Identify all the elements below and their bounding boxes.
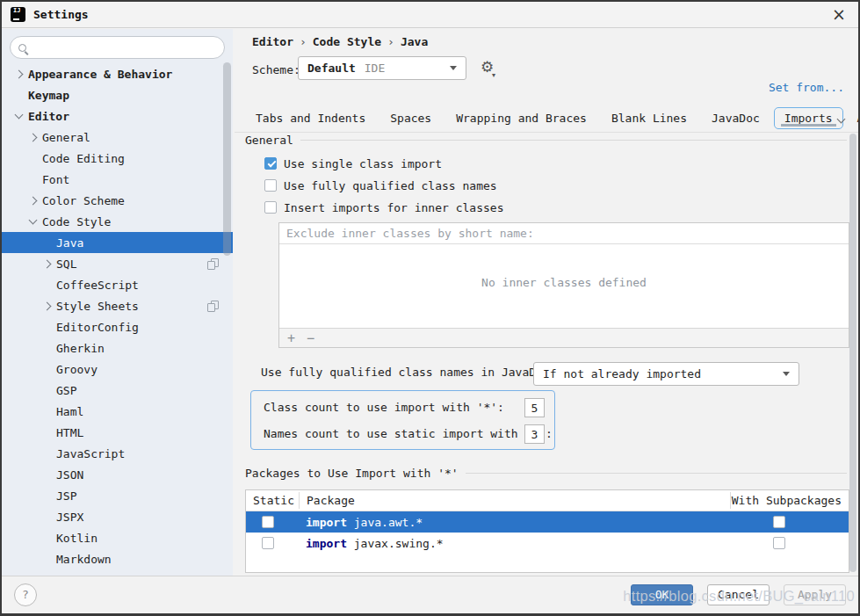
sidebar-item-appearance-behavior[interactable]: Appearance & Behavior (2, 63, 233, 84)
sidebar-item-code-editing[interactable]: Code Editing (2, 148, 233, 169)
chevron-right-icon[interactable] (29, 197, 38, 206)
tab-spaces[interactable]: Spaces (379, 107, 442, 129)
table-row[interactable]: import java.awt.* (246, 511, 849, 533)
sidebar-item-groovy[interactable]: Groovy (2, 359, 233, 380)
apply-button[interactable]: Apply (784, 584, 846, 605)
section-rule (300, 140, 847, 141)
chevron-down-icon[interactable] (15, 111, 24, 120)
sidebar-scrollbar[interactable] (223, 62, 231, 256)
column-header-with-subpackages: With Subpackages (728, 494, 849, 507)
javadoc-qualified-names-label: Use fully qualified class names in JavaD… (261, 366, 557, 379)
tab-tabs-and-indents[interactable]: Tabs and Indents (245, 107, 376, 129)
sidebar-item-editor[interactable]: Editor (2, 105, 233, 127)
help-button[interactable]: ? (14, 583, 37, 606)
close-icon[interactable]: × (832, 4, 846, 24)
intellij-logo-icon: IJ (11, 7, 25, 22)
tab-wrapping-and-braces[interactable]: Wrapping and Braces (445, 107, 597, 129)
names-count-label: Names count to use static import with '*… (264, 427, 553, 440)
sidebar-item-sql[interactable]: SQL (2, 253, 233, 274)
code-style-tabs: Tabs and Indents Spaces Wrapping and Bra… (235, 105, 858, 133)
scheme-dropdown[interactable]: Default IDE (298, 56, 466, 80)
option-use-single-class-import[interactable]: Use single class import (264, 156, 442, 171)
remove-icon[interactable]: − (307, 330, 314, 347)
sidebar-item-java[interactable]: Java (2, 232, 233, 253)
sidebar-item-jspx[interactable]: JSPX (2, 506, 233, 527)
sidebar-item-editorconfig[interactable]: EditorConfig (2, 316, 233, 337)
gear-mini-arrow-icon: ▾ (492, 67, 495, 84)
add-icon[interactable]: + (287, 330, 295, 347)
search-input[interactable] (33, 40, 224, 55)
packages-section-header: Packages to Use Import with '*' (245, 466, 847, 480)
checkbox-unchecked-icon[interactable] (264, 179, 277, 192)
exclude-panel-body[interactable]: No inner classes defined (279, 244, 849, 328)
sidebar-item-haml[interactable]: Haml (2, 401, 233, 422)
breadcrumb-java: Java (401, 35, 428, 48)
copy-icon (207, 258, 219, 270)
settings-tree: Appearance & Behavior Keymap Editor Gene… (2, 63, 233, 569)
checkbox-unchecked-icon[interactable] (264, 201, 277, 214)
sidebar-item-coffeescript[interactable]: CoffeeScript (2, 274, 233, 295)
sidebar-item-json[interactable]: JSON (2, 464, 233, 485)
sidebar-item-font[interactable]: Font (2, 169, 233, 190)
packages-section-title: Packages to Use Import with '*' (245, 467, 459, 480)
static-checkbox[interactable] (262, 516, 274, 528)
option-insert-imports-for-inner-classes[interactable]: Insert imports for inner classes (264, 199, 503, 215)
scheme-label: Scheme: (252, 63, 300, 76)
settings-sidebar: Appearance & Behavior Keymap Editor Gene… (2, 29, 233, 577)
sidebar-item-html[interactable]: HTML (2, 422, 233, 443)
sidebar-item-kotlin[interactable]: Kotlin (2, 527, 233, 548)
search-box[interactable] (10, 36, 225, 59)
gear-icon[interactable]: ⚙▾ (481, 58, 494, 76)
dialog-footer: ? OK Cancel Apply https://blog.csdn.net/… (2, 576, 858, 613)
table-row[interactable]: import javax.swing.* (246, 533, 849, 554)
breadcrumb-separator: › (387, 35, 394, 48)
with-subpackages-checkbox[interactable] (773, 516, 785, 528)
cancel-button[interactable]: Cancel (707, 584, 770, 605)
packages-table-header: Static Package With Subpackages (246, 490, 849, 511)
tab-javadoc[interactable]: JavaDoc (701, 107, 770, 129)
chevron-right-icon[interactable] (43, 260, 52, 269)
tab-arrangement[interactable]: Arrang (847, 107, 860, 129)
sidebar-item-gherkin[interactable]: Gherkin (2, 337, 233, 359)
sidebar-item-javascript[interactable]: JavaScript (2, 443, 233, 464)
class-count-label: Class count to use import with '*': (264, 401, 504, 414)
chevron-right-icon[interactable] (29, 134, 38, 142)
names-count-field[interactable]: 3 (524, 424, 545, 444)
settings-dialog: IJ Settings × Appearance & Behavior Keym… (0, 0, 860, 616)
settings-content: Editor›Code Style›Java Scheme: Default I… (235, 29, 858, 577)
sidebar-item-color-scheme[interactable]: Color Scheme (2, 190, 233, 211)
chevron-right-icon[interactable] (15, 70, 24, 79)
ok-button[interactable]: OK (631, 584, 693, 605)
content-scrollbar[interactable] (849, 134, 856, 572)
class-count-field[interactable]: 5 (524, 398, 545, 417)
javadoc-qualified-names-dropdown[interactable]: If not already imported (533, 362, 799, 386)
chevron-down-icon (450, 66, 457, 70)
exclude-panel-toolbar: + − (279, 328, 849, 347)
chevron-right-icon[interactable] (43, 302, 52, 311)
set-from-link[interactable]: Set from... (769, 81, 844, 94)
column-header-package: Package (299, 494, 728, 507)
breadcrumb-editor[interactable]: Editor (252, 35, 293, 48)
packages-table: Static Package With Subpackages import j… (245, 489, 849, 573)
sidebar-item-jsp[interactable]: JSP (2, 485, 233, 506)
tab-imports[interactable]: Imports (774, 107, 843, 129)
chevron-down-icon[interactable] (29, 216, 38, 225)
copy-icon (207, 301, 219, 312)
window-title: Settings (33, 8, 89, 21)
sidebar-item-code-style[interactable]: Code Style (2, 211, 233, 232)
sidebar-item-style-sheets[interactable]: Style Sheets (2, 295, 233, 316)
checkbox-checked-icon[interactable] (264, 157, 277, 170)
section-rule (466, 473, 847, 474)
with-subpackages-checkbox[interactable] (773, 537, 785, 549)
sidebar-item-general[interactable]: General (2, 127, 233, 148)
breadcrumb-separator: › (300, 35, 307, 48)
chevron-down-icon (783, 372, 790, 376)
sidebar-item-gsp[interactable]: GSP (2, 380, 233, 401)
sidebar-item-markdown[interactable]: Markdown (2, 548, 233, 569)
search-icon (18, 44, 26, 52)
static-checkbox[interactable] (262, 537, 274, 549)
sidebar-item-keymap[interactable]: Keymap (2, 84, 233, 105)
option-use-fully-qualified-class-names[interactable]: Use fully qualified class names (264, 178, 497, 193)
breadcrumb-code-style[interactable]: Code Style (313, 35, 381, 48)
tab-blank-lines[interactable]: Blank Lines (601, 107, 697, 129)
